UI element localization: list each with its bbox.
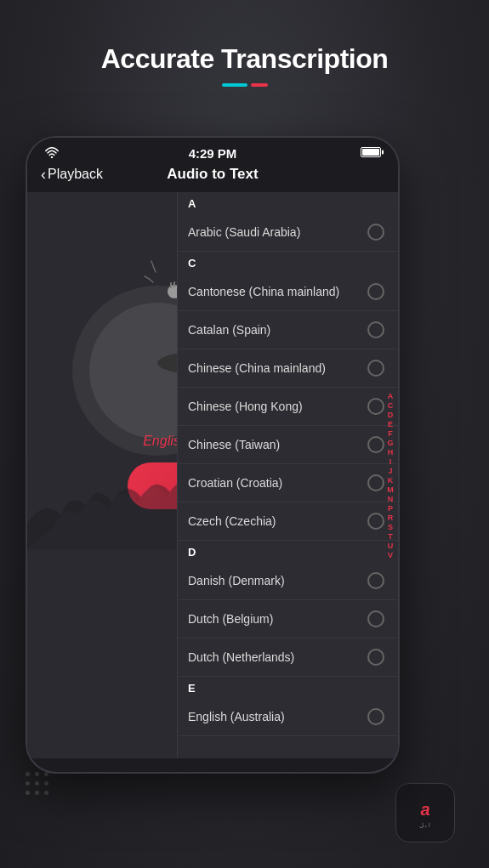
alpha-N[interactable]: N [388, 495, 394, 503]
dot [35, 791, 39, 795]
decorative-dots [26, 772, 48, 800]
alpha-S[interactable]: S [388, 523, 393, 531]
radio-circle [367, 398, 384, 415]
back-label: Playback [48, 167, 103, 182]
section-header-c: C [178, 252, 398, 273]
language-name: Chinese (Hong Kong) [188, 400, 303, 413]
list-item[interactable]: Chinese (Hong Kong) [178, 388, 398, 426]
radio-circle [367, 513, 384, 530]
radio-circle [367, 283, 384, 300]
wifi-icon [44, 146, 60, 158]
underline-cyan [222, 83, 247, 87]
list-item[interactable]: Chinese (China mainland) [178, 349, 398, 388]
alpha-C[interactable]: C [388, 401, 394, 410]
radio-circle [367, 610, 384, 627]
list-item[interactable]: English (Australia) [178, 698, 398, 736]
battery-icon [361, 147, 381, 157]
language-name: Croatian (Croatia) [188, 476, 282, 490]
radio-circle [367, 360, 384, 377]
alpha-J[interactable]: J [388, 467, 392, 475]
logo-subtitle: ابل [419, 822, 432, 829]
status-left [44, 146, 60, 158]
list-item[interactable]: Danish (Denmark) [178, 562, 398, 600]
language-name: English (Australia) [188, 710, 285, 723]
svg-point-0 [51, 156, 53, 158]
nav-title: Audio to Text [167, 166, 258, 183]
svg-text:a: a [420, 800, 429, 819]
logo-container: a ابل [395, 783, 455, 842]
header-section: Accurate Transcription [0, 0, 489, 87]
radio-circle [367, 224, 384, 241]
dot [26, 772, 30, 776]
dots-row-1 [26, 772, 48, 776]
radio-circle [367, 474, 384, 491]
list-item[interactable]: Chinese (Taiwan) [178, 426, 398, 464]
language-dropdown[interactable]: A Arabic (Saudi Arabia) C Cantonese (Chi… [177, 192, 398, 758]
alpha-index-bar: A C D E F G H I J K M N P R S T U V [384, 192, 396, 758]
list-item[interactable]: Croatian (Croatia) [178, 464, 398, 502]
header-underline [0, 83, 489, 87]
list-item[interactable]: Catalan (Spain) [178, 311, 398, 349]
section-header-a: A [178, 192, 398, 213]
battery-tip [382, 150, 384, 155]
list-item[interactable]: Arabic (Saudi Arabia) [178, 213, 398, 252]
dot [35, 772, 39, 776]
radio-circle [367, 572, 384, 589]
section-header-d: D [178, 541, 398, 562]
alpha-U[interactable]: U [388, 542, 394, 550]
list-item[interactable]: Dutch (Netherlands) [178, 638, 398, 677]
language-name: Chinese (China mainland) [188, 361, 326, 375]
language-name: Arabic (Saudi Arabia) [188, 225, 300, 239]
status-bar: 4:29 PM [27, 138, 398, 163]
alpha-P[interactable]: P [388, 504, 393, 513]
language-name: Chinese (Taiwan) [188, 438, 280, 451]
alpha-K[interactable]: K [388, 476, 394, 485]
dot [44, 791, 48, 795]
radio-circle [367, 436, 384, 453]
phone-content: R [27, 192, 398, 758]
status-right [361, 147, 381, 157]
language-name: Cantonese (China mainland) [188, 285, 339, 298]
phone-header: 4:29 PM ‹ Playback Audio to Text [27, 138, 398, 192]
logo-icon: a [408, 797, 442, 822]
radio-circle [367, 321, 384, 338]
dot [35, 781, 39, 786]
alpha-T[interactable]: T [388, 532, 393, 541]
dots-row-2 [26, 781, 48, 786]
section-header-e: E [178, 677, 398, 698]
list-item[interactable]: Czech (Czechia) [178, 502, 398, 541]
dot [26, 781, 30, 786]
status-time: 4:29 PM [189, 146, 237, 161]
bottom-logo: a ابل [395, 783, 455, 842]
header-title: Accurate Transcription [0, 43, 489, 75]
language-name: Danish (Denmark) [188, 574, 285, 587]
radio-circle [367, 708, 384, 725]
language-name: Dutch (Belgium) [188, 612, 273, 626]
language-name: Catalan (Spain) [188, 323, 270, 337]
list-item[interactable]: Cantonese (China mainland) [178, 273, 398, 311]
nav-bar: ‹ Playback Audio to Text [27, 163, 398, 192]
dot [44, 781, 48, 786]
alpha-A[interactable]: A [388, 392, 394, 400]
alpha-G[interactable]: G [387, 439, 393, 447]
battery-fill [362, 149, 379, 156]
alpha-V[interactable]: V [388, 551, 393, 559]
alpha-R[interactable]: R [388, 513, 394, 522]
dots-row-3 [26, 791, 48, 795]
back-button[interactable]: ‹ Playback [41, 167, 103, 182]
list-item[interactable]: Dutch (Belgium) [178, 600, 398, 638]
radio-circle [367, 649, 384, 666]
language-name: Dutch (Netherlands) [188, 650, 294, 664]
alpha-M[interactable]: M [387, 485, 394, 494]
phone-mockup: 4:29 PM ‹ Playback Audio to Text [26, 136, 400, 774]
underline-red [251, 83, 268, 87]
language-name: Czech (Czechia) [188, 514, 276, 528]
dot [26, 791, 30, 795]
alpha-I[interactable]: I [389, 457, 392, 466]
alpha-H[interactable]: H [388, 448, 394, 457]
alpha-F[interactable]: F [388, 429, 393, 438]
alpha-E[interactable]: E [388, 420, 393, 428]
alpha-D[interactable]: D [388, 411, 394, 419]
back-chevron-icon: ‹ [41, 167, 46, 182]
